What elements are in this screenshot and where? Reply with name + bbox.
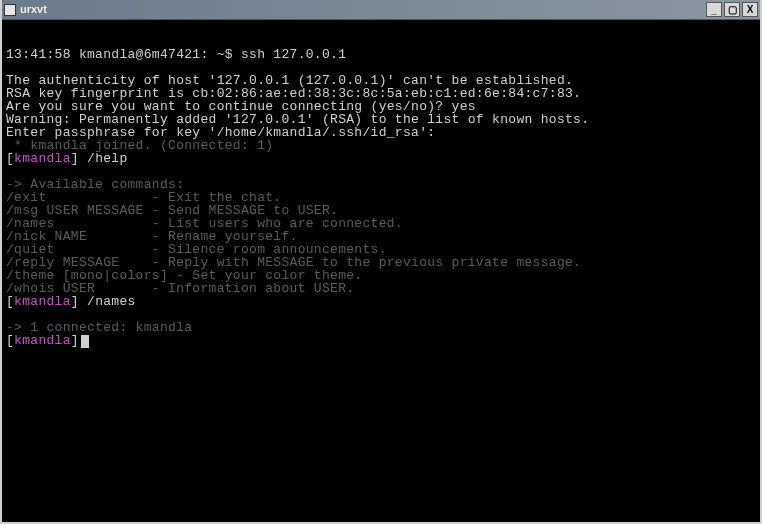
window-icon — [4, 4, 16, 16]
bracket: [ — [6, 333, 14, 348]
bracket: ] — [71, 294, 79, 309]
terminal[interactable]: 13:41:58 kmandla@6m47421: ~$ ssh 127.0.0… — [2, 20, 760, 522]
window-title: urxvt — [20, 4, 47, 15]
window: urxvt _ ▢ X 13:41:58 kmandla@6m47421: ~$… — [0, 0, 762, 524]
window-controls: _ ▢ X — [706, 2, 758, 17]
close-button[interactable]: X — [742, 2, 758, 17]
bracket: [ — [6, 294, 14, 309]
titlebar-left: urxvt — [4, 4, 47, 16]
titlebar[interactable]: urxvt _ ▢ X — [2, 0, 760, 20]
chat-username: kmandla — [14, 294, 71, 309]
chat-username: kmandla — [14, 333, 71, 348]
chat-username: kmandla — [14, 151, 71, 166]
bracket: [ — [6, 151, 14, 166]
shell-prompt-line: 13:41:58 kmandla@6m47421: ~$ ssh 127.0.0… — [6, 47, 346, 62]
cursor-block — [81, 335, 89, 348]
minimize-button[interactable]: _ — [706, 2, 722, 17]
bracket: ] — [71, 333, 79, 348]
bracket: ] — [71, 151, 79, 166]
chat-cmd-help: /help — [79, 151, 128, 166]
maximize-button[interactable]: ▢ — [724, 2, 740, 17]
chat-cmd-names: /names — [79, 294, 136, 309]
